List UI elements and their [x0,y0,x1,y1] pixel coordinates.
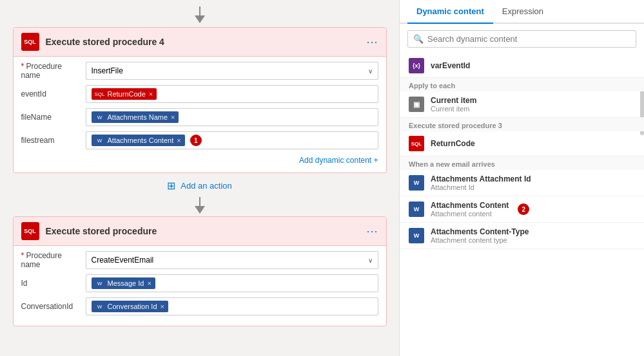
attachments-content-type-sub: Attachment content type [431,236,529,244]
tag-attachments-content-close[interactable]: × [177,136,181,144]
add-action-button[interactable]: ⊞ Add an action [167,176,232,196]
card-body-2: Procedure name CreateEventEmail ∨ Id W M… [14,246,386,326]
dropdown-arrow-2: ∨ [368,257,373,264]
procedure-value-2: CreateEventEmail [92,256,154,265]
badge-2: 2 [518,203,529,215]
current-item-icon: ▣ [409,97,424,112]
attachments-content-type-text: Attachments Content-Type Attachment cont… [431,227,529,244]
field-row-conversationid: ConversationId W Conversation Id × [21,297,378,315]
returncode-icon: SQL [409,136,424,151]
sql-icon-1: SQL [21,33,39,51]
search-box: 🔍 [407,30,636,48]
add-dynamic-content-link[interactable]: Add dynamic content + [21,155,378,167]
attachments-content-sub: Attachment content [431,210,509,218]
connector-line-top [199,6,200,15]
tag-attachments-name-label: Attachments Name [108,113,168,121]
tag-conversation-id-label: Conversation Id [108,303,157,310]
card-header-2: SQL Execute stored procedure ··· [14,217,386,246]
panel-tabs: Dynamic content Expression [400,0,644,24]
sql-icon-2: SQL [21,222,39,240]
tag-message-id: W Message Id × [92,277,155,289]
connector-arrow-top [195,15,205,23]
tag-word-icon-4: W [95,302,104,311]
attachment-id-sub: Attachment Id [431,183,531,191]
list-item-returncode[interactable]: SQL ReturnCode [400,131,644,156]
returncode-name: ReturnCode [431,139,475,148]
tag-word-icon-3: W [95,279,104,288]
field-row-eventid: eventId SQL ReturnCode × [21,85,378,103]
add-action-icon: ⊞ [167,180,175,192]
list-item-attachments-content-type[interactable]: W Attachments Content-Type Attachment co… [400,223,644,249]
field-label-procedure-2: Procedure name [21,251,79,269]
current-item-sub: Current item [431,105,476,113]
dropdown-arrow: ∨ [368,68,373,75]
list-item-attachments-content[interactable]: W Attachments Content Attachment content… [400,196,644,223]
tag-conversation-id-close[interactable]: × [161,303,164,310]
attachments-content-icon: W [409,201,424,217]
field-input-eventid[interactable]: SQL ReturnCode × [86,85,378,103]
field-input-filestream[interactable]: W Attachments Content × 1 [86,131,378,149]
tag-message-id-close[interactable]: × [147,279,151,287]
card-header-1: SQL Execute stored procedure 4 ··· [14,28,386,57]
card-body-1: Procedure name InsertFile ∨ eventId SQL … [14,57,386,173]
list-item-attachment-id[interactable]: W Attachments Attachment Id Attachment I… [400,170,644,196]
section-execute-sp3: Execute stored procedure 3 [400,118,644,131]
more-options-btn-2[interactable]: ··· [366,225,378,238]
search-input[interactable] [427,34,630,44]
var-event-id-icon: {x} [409,58,424,73]
action-card-2: SQL Execute stored procedure ··· Procedu… [13,216,387,326]
var-event-id-text: varEventId [431,61,470,70]
tag-returncode: SQL ReturnCode × [92,88,157,100]
connector-arrow-mid [195,206,205,214]
attachments-content-type-icon: W [409,228,424,243]
field-row-filestream: filestream W Attachments Content × 1 [21,131,378,149]
card-title-1: Execute stored procedure 4 [46,37,360,47]
returncode-text: ReturnCode [431,139,475,148]
tag-sql-icon: SQL [95,89,104,98]
field-label-conversationid: ConversationId [21,302,79,311]
tag-attachments-name-close[interactable]: × [171,113,175,121]
attachment-id-icon: W [409,175,424,191]
tag-returncode-label: ReturnCode [108,90,146,98]
field-label-eventid: eventId [21,89,79,98]
dynamic-content-list: Apply to each ▣ Current item Current ite… [400,78,644,356]
field-label-filename: fileName [21,113,79,122]
field-input-filename[interactable]: W Attachments Name × [86,108,378,126]
field-input-conversationid[interactable]: W Conversation Id × [86,297,378,315]
tab-expression[interactable]: Expression [493,0,552,24]
field-row-procedure-2: Procedure name CreateEventEmail ∨ [21,251,378,269]
more-options-btn-1[interactable]: ··· [366,35,378,49]
card-title-2: Execute stored procedure [46,226,360,236]
attachment-id-name: Attachments Attachment Id [431,174,531,183]
tag-word-icon-1: W [95,113,104,122]
tag-conversation-id: W Conversation Id × [92,301,168,312]
tag-attachments-content: W Attachments Content × [92,135,185,146]
badge-1: 1 [190,135,202,146]
add-action-label: Add an action [181,181,232,191]
field-row-procedure: Procedure name InsertFile ∨ [21,62,378,80]
field-label-filestream: filestream [21,136,79,145]
current-item-text: Current item Current item [431,96,476,113]
field-input-id[interactable]: W Message Id × [86,274,378,292]
field-label-id: Id [21,279,79,288]
attachment-id-text: Attachments Attachment Id Attachment Id [431,174,531,191]
var-event-id-name: varEventId [431,61,470,70]
attachments-content-type-name: Attachments Content-Type [431,227,529,236]
flow-canvas: SQL Execute stored procedure 4 ··· Proce… [0,0,399,356]
tag-attachments-name: W Attachments Name × [92,111,179,123]
procedure-dropdown-2[interactable]: CreateEventEmail ∨ [86,251,378,269]
tag-word-icon-2: W [95,136,104,145]
tag-message-id-label: Message Id [108,279,144,287]
field-row-filename: fileName W Attachments Name × [21,108,378,126]
procedure-value: InsertFile [92,66,123,75]
connector-line-mid [199,197,200,206]
var-event-id-row[interactable]: {x} varEventId [400,54,644,78]
procedure-dropdown[interactable]: InsertFile ∨ [86,62,378,80]
search-icon: 🔍 [413,34,424,44]
tag-attachments-content-label: Attachments Content [108,136,174,144]
tab-dynamic-content[interactable]: Dynamic content [407,0,493,24]
attachments-content-name: Attachments Content [431,201,509,210]
tag-returncode-close[interactable]: × [149,90,153,98]
current-item-name: Current item [431,96,476,105]
list-item-current-item[interactable]: ▣ Current item Current item [400,91,644,118]
